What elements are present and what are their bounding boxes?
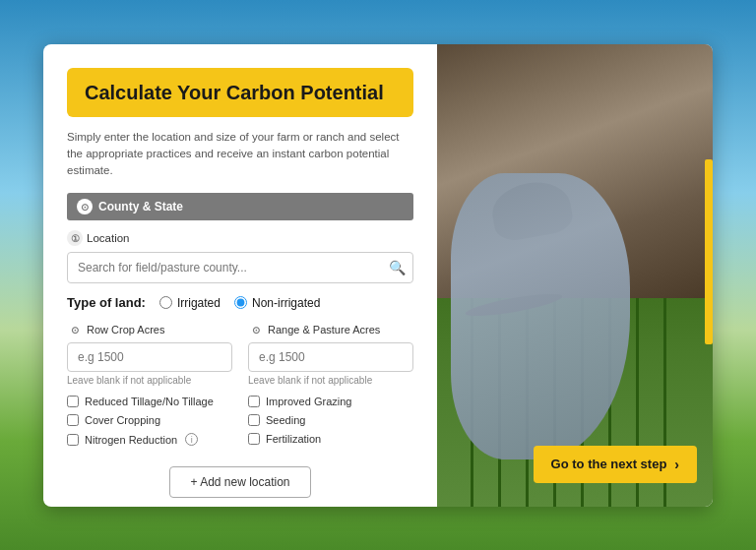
non-irrigated-label: Non-irrigated xyxy=(252,296,320,310)
location-pin-icon: ⊙ xyxy=(77,199,93,214)
cover-cropping-checkbox[interactable] xyxy=(67,414,79,426)
cover-cropping-label: Cover Cropping xyxy=(85,414,160,426)
checkboxes-left: Reduced Tillage/No Tillage Cover Croppin… xyxy=(67,396,232,453)
seeding-checkbox[interactable] xyxy=(248,414,260,426)
checkboxes-right: Improved Grazing Seeding Fertilization xyxy=(248,396,413,453)
row-crop-label: Row Crop Acres xyxy=(87,324,164,336)
farm-photo xyxy=(437,44,713,507)
range-pasture-label-wrapper: ⊙ Range & Pasture Acres xyxy=(248,322,413,337)
non-irrigated-option[interactable]: Non-irrigated xyxy=(234,296,320,310)
land-type-row: Type of land: Irrigated Non-irrigated xyxy=(67,295,413,310)
nitrogen-reduction-label: Nitrogen Reduction xyxy=(85,434,177,446)
non-irrigated-radio[interactable] xyxy=(234,296,247,309)
search-wrapper: 🔍 xyxy=(67,252,413,283)
checkboxes-row: Reduced Tillage/No Tillage Cover Croppin… xyxy=(67,396,413,453)
right-panel: Go to the next step › xyxy=(437,44,713,507)
location-icon: ① xyxy=(67,230,83,246)
irrigated-radio[interactable] xyxy=(159,296,172,309)
search-input[interactable] xyxy=(67,252,413,283)
checkbox-improved-grazing[interactable]: Improved Grazing xyxy=(248,396,413,407)
checkbox-cover-cropping[interactable]: Cover Cropping xyxy=(67,414,232,426)
irrigated-option[interactable]: Irrigated xyxy=(159,296,220,310)
row-crop-hint: Leave blank if not applicable xyxy=(67,375,232,386)
nitrogen-reduction-checkbox[interactable] xyxy=(67,434,79,446)
checkbox-nitrogen-reduction[interactable]: Nitrogen Reduction i xyxy=(67,433,232,446)
next-step-label: Go to the next step xyxy=(551,457,667,471)
row-crop-icon: ⊙ xyxy=(67,322,83,337)
reduced-tillage-checkbox[interactable] xyxy=(67,396,79,407)
seeding-label: Seeding xyxy=(266,414,305,426)
section-header: ⊙ County & State xyxy=(67,193,413,220)
reduced-tillage-label: Reduced Tillage/No Tillage xyxy=(85,396,214,407)
info-icon[interactable]: i xyxy=(185,433,198,446)
row-crop-col: ⊙ Row Crop Acres Leave blank if not appl… xyxy=(67,322,232,386)
improved-grazing-label: Improved Grazing xyxy=(266,396,351,407)
next-step-button[interactable]: Go to the next step › xyxy=(534,446,697,483)
row-crop-label-wrapper: ⊙ Row Crop Acres xyxy=(67,322,232,337)
fertilization-label: Fertilization xyxy=(266,433,321,445)
title-banner: Calculate Your Carbon Potential xyxy=(67,68,413,117)
chevron-right-icon: › xyxy=(674,457,679,472)
checkbox-seeding[interactable]: Seeding xyxy=(248,414,413,426)
range-pasture-hint: Leave blank if not applicable xyxy=(248,375,413,386)
checkbox-reduced-tillage[interactable]: Reduced Tillage/No Tillage xyxy=(67,396,232,407)
range-pasture-input[interactable] xyxy=(248,342,413,372)
irrigated-label: Irrigated xyxy=(177,296,220,310)
farmer-body xyxy=(451,173,630,459)
range-pasture-icon: ⊙ xyxy=(248,322,264,337)
location-field-label: ① Location xyxy=(67,230,413,246)
checkbox-fertilization[interactable]: Fertilization xyxy=(248,433,413,445)
main-card: Calculate Your Carbon Potential Simply e… xyxy=(43,44,713,507)
row-crop-input[interactable] xyxy=(67,342,232,372)
improved-grazing-checkbox[interactable] xyxy=(248,396,260,407)
search-icon[interactable]: 🔍 xyxy=(389,260,406,275)
tractor-accent xyxy=(705,159,713,344)
range-pasture-label: Range & Pasture Acres xyxy=(268,324,380,336)
subtitle-text: Simply enter the location and size of yo… xyxy=(67,129,413,180)
range-pasture-col: ⊙ Range & Pasture Acres Leave blank if n… xyxy=(248,322,413,386)
fertilization-checkbox[interactable] xyxy=(248,433,260,445)
add-location-button[interactable]: + Add new location xyxy=(169,466,310,498)
left-panel: Calculate Your Carbon Potential Simply e… xyxy=(43,44,437,507)
page-title: Calculate Your Carbon Potential xyxy=(85,80,396,105)
section-header-label: County & State xyxy=(98,200,183,214)
land-type-label: Type of land: xyxy=(67,295,146,310)
acreage-row: ⊙ Row Crop Acres Leave blank if not appl… xyxy=(67,322,413,386)
